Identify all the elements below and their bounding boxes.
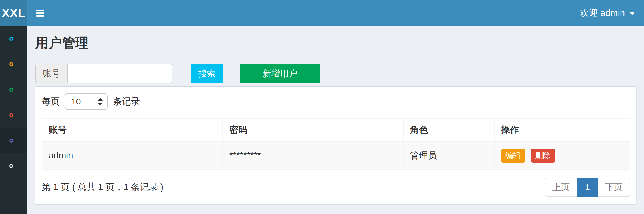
search-toolbar: 账号 搜索 新增用户 [35, 64, 636, 83]
table-header-row: 账号 密码 角色 操作 [42, 118, 630, 141]
circle-icon [9, 139, 13, 143]
sidebar-item-4[interactable] [0, 102, 27, 128]
next-page-button[interactable]: 下页 [598, 178, 630, 197]
sidebar-item-6[interactable] [0, 153, 27, 179]
sidebar-item-3[interactable] [0, 77, 27, 102]
circle-icon [9, 62, 13, 66]
sidebar-item-1[interactable] [0, 26, 27, 51]
welcome-label: 欢迎 admin [580, 7, 625, 19]
page-size-prefix-label: 每页 [42, 95, 60, 108]
account-field-label: 账号 [35, 64, 67, 83]
main-content: 用户管理 账号 搜索 新增用户 每页 10 条记录 [27, 26, 644, 214]
cell-account: admin [42, 141, 223, 170]
page-size-select[interactable]: 10 [65, 93, 108, 110]
navbar-spacer [53, 0, 580, 26]
select-stepper-icon [98, 98, 103, 106]
circle-icon [9, 113, 13, 117]
pagination: 上页 1 下页 [545, 178, 630, 197]
sidebar-toggle-button[interactable] [27, 0, 53, 26]
add-user-button[interactable]: 新增用户 [240, 64, 320, 83]
column-header-actions: 操作 [494, 118, 630, 141]
app-screen: XXL 欢迎 admin 用户管理 [0, 0, 644, 214]
pagination-summary: 第 1 页 ( 总共 1 页，1 条记录 ) [42, 181, 163, 193]
table-footer: 第 1 页 ( 总共 1 页，1 条记录 ) 上页 1 下页 [42, 178, 630, 197]
page-title: 用户管理 [35, 34, 636, 52]
account-search-input[interactable] [67, 64, 172, 83]
delete-button[interactable]: 删除 [531, 149, 555, 163]
search-button[interactable]: 搜索 [191, 64, 223, 83]
hamburger-icon [36, 10, 44, 17]
cell-actions: 编辑 删除 [494, 141, 630, 170]
account-input-group: 账号 [35, 64, 172, 83]
column-header-role: 角色 [403, 118, 494, 141]
column-header-password: 密码 [223, 118, 403, 141]
caret-down-icon [630, 12, 635, 15]
circle-icon [9, 88, 13, 92]
page-size-suffix-label: 条记录 [113, 95, 140, 108]
page-size-row: 每页 10 条记录 [42, 93, 630, 110]
users-table: 账号 密码 角色 操作 admin ********* 管理员 编辑 删除 [42, 118, 630, 170]
cell-role: 管理员 [403, 141, 494, 170]
circle-icon [9, 37, 13, 41]
page-size-selected-value: 10 [71, 97, 81, 106]
prev-page-button[interactable]: 上页 [545, 178, 577, 197]
edit-button[interactable]: 编辑 [501, 149, 525, 163]
app-logo[interactable]: XXL [0, 0, 27, 26]
sidebar-nav [0, 26, 27, 214]
sidebar-item-5[interactable] [0, 128, 27, 153]
top-navbar: XXL 欢迎 admin [0, 0, 644, 26]
column-header-account: 账号 [42, 118, 223, 141]
current-page-button[interactable]: 1 [577, 178, 598, 197]
cell-password: ********* [223, 141, 403, 170]
circle-icon [9, 164, 13, 168]
sidebar-item-2[interactable] [0, 51, 27, 77]
user-menu[interactable]: 欢迎 admin [580, 0, 644, 26]
user-table-panel: 每页 10 条记录 账号 密码 角色 操作 [35, 86, 636, 204]
table-row: admin ********* 管理员 编辑 删除 [42, 141, 630, 170]
